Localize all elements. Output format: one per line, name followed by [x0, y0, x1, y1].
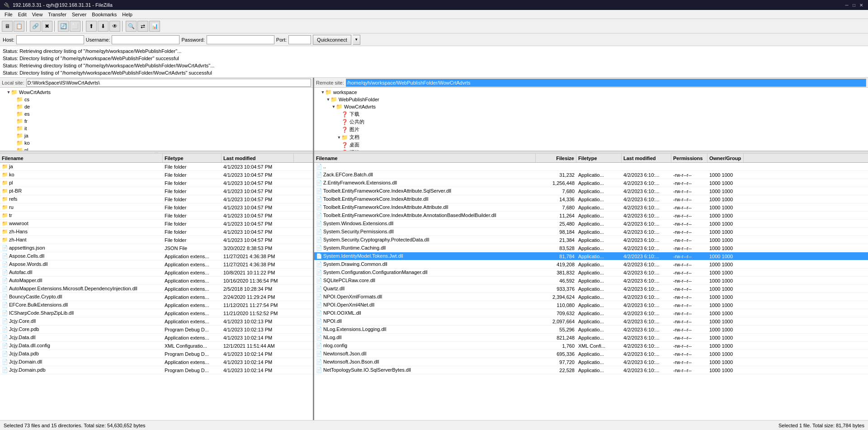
- close-button[interactable]: ✕: [858, 2, 864, 8]
- local-file-row[interactable]: 📄appsettings.json JSON File 3/20/2022 8:…: [0, 244, 313, 252]
- local-file-row[interactable]: 📄AutoMapper.Extensions.Microsoft.Depende…: [0, 285, 313, 293]
- remote-file-row[interactable]: 📄NLog.dll 821,248 Applicatio... 4/2/2023…: [314, 334, 868, 342]
- local-file-row[interactable]: 📁ko File folder 4/1/2023 10:04:57 PM: [0, 171, 313, 179]
- menu-view[interactable]: View: [29, 11, 46, 18]
- local-file-row[interactable]: 📄Jcjy.Core.dll Application extens... 4/1…: [0, 317, 313, 326]
- new-site-button[interactable]: 🖥: [2, 21, 13, 32]
- remote-file-row[interactable]: 📄NPOI.dll 2,097,664 Applicatio... 4/2/20…: [314, 317, 868, 326]
- upload-button[interactable]: ⬆: [86, 21, 97, 32]
- remote-file-row[interactable]: 📄System.Windows.Extensions.dll 25,480 Ap…: [314, 220, 868, 228]
- local-file-row[interactable]: 📄Autofac.dll Application extens... 10/8/…: [0, 269, 313, 277]
- remote-file-row[interactable]: 📄NPOI.OOXML.dll 709,632 Applicatio... 4/…: [314, 309, 868, 317]
- show-hidden-button[interactable]: 👁: [109, 21, 120, 32]
- remote-tree[interactable]: ▼📁workspace▼📁WebPublishFolder▼📁WowCrtAdv…: [314, 88, 868, 151]
- port-input[interactable]: [288, 35, 311, 44]
- local-tree-item[interactable]: ▼📁WowCrtAdvrts: [0, 89, 313, 96]
- maximize-button[interactable]: □: [851, 2, 857, 8]
- local-tree-item[interactable]: 📁es: [0, 110, 313, 118]
- minimize-button[interactable]: ─: [844, 2, 850, 8]
- filter-button[interactable]: 🔍: [126, 21, 137, 32]
- remote-col-header-name[interactable]: Filename: [314, 154, 536, 162]
- menu-edit[interactable]: Edit: [15, 11, 29, 18]
- remote-file-row[interactable]: 📄Newtonsoft.Json.Bson.dll 97,720 Applica…: [314, 358, 868, 366]
- remote-tree-item[interactable]: ❓桌面: [314, 141, 868, 149]
- local-file-row[interactable]: 📁tr File folder 4/1/2023 10:04:57 PM: [0, 212, 313, 220]
- password-input[interactable]: [207, 35, 274, 44]
- connect-button[interactable]: 🔗: [30, 21, 41, 32]
- local-tree-item[interactable]: 📁it: [0, 125, 313, 132]
- remote-tree-item[interactable]: ❓公共的: [314, 118, 868, 126]
- remote-file-row[interactable]: 📄SQLitePCLRaw.core.dll 46,592 Applicatio…: [314, 277, 868, 285]
- remote-file-row[interactable]: 📄System.Configuration.ConfigurationManag…: [314, 269, 868, 277]
- menu-help[interactable]: Help: [119, 11, 135, 18]
- remote-tree-item[interactable]: ▼📁WowCrtAdvrts: [314, 103, 868, 110]
- remote-tree-item[interactable]: ▼📁WebPublishFolder: [314, 96, 868, 103]
- menu-transfer[interactable]: Transfer: [45, 11, 69, 18]
- local-col-header-name[interactable]: Filename: [0, 154, 163, 162]
- local-file-row[interactable]: 📄Jcjy.Domain.dll Application extens... 4…: [0, 358, 313, 366]
- remote-file-row[interactable]: 📄Toolbelt.EntityFrameworkCore.IndexAttri…: [314, 187, 868, 195]
- remote-path-input[interactable]: [346, 79, 866, 87]
- remote-tree-item[interactable]: ▼📁workspace: [314, 89, 868, 96]
- remote-file-row[interactable]: 📄Quartz.dll 933,376 Applicatio... 4/2/20…: [314, 285, 868, 293]
- menu-bookmarks[interactable]: Bookmarks: [89, 11, 119, 18]
- remote-col-header-size[interactable]: Filesize: [536, 154, 576, 162]
- local-tree[interactable]: ▼📁WowCrtAdvrts 📁cs 📁de 📁es 📁fr 📁it 📁ja 📁…: [0, 88, 313, 151]
- local-tree-item[interactable]: 📁ko: [0, 139, 313, 146]
- quickconnect-dropdown[interactable]: ▼: [353, 35, 360, 45]
- refresh-button[interactable]: 🔄: [58, 21, 69, 32]
- menu-file[interactable]: File: [2, 11, 15, 18]
- local-col-header-modified[interactable]: Last modified: [222, 154, 294, 162]
- local-tree-item[interactable]: 📁de: [0, 103, 313, 110]
- remote-col-header-type[interactable]: Filetype: [576, 154, 622, 162]
- local-file-row[interactable]: 📁ja File folder 4/1/2023 10:04:57 PM: [0, 163, 313, 171]
- remote-file-row[interactable]: 📄nlog.config 1,760 XML Confi... 4/2/2023…: [314, 342, 868, 350]
- local-file-row[interactable]: 📄Aspose.Cells.dll Application extens... …: [0, 252, 313, 260]
- remote-file-row[interactable]: 📄NetTopologySuite.IO.SqlServerBytes.dll …: [314, 366, 868, 374]
- remote-file-row[interactable]: 📄Z.EntityFramework.Extensions.dll 1,256,…: [314, 179, 868, 187]
- remote-file-row[interactable]: 📄System.Security.Permissions.dll 98,184 …: [314, 228, 868, 236]
- local-file-row[interactable]: 📄Jcjy.Domain.pdb Program Debug D... 4/1/…: [0, 366, 313, 374]
- local-file-row[interactable]: 📁pt-BR File folder 4/1/2023 10:04:57 PM: [0, 187, 313, 195]
- remote-file-row[interactable]: 📄NLog.Extensions.Logging.dll 55,296 Appl…: [314, 326, 868, 334]
- username-input[interactable]: [112, 35, 179, 44]
- local-file-list-body[interactable]: 📁ja File folder 4/1/2023 10:04:57 PM 📁ko…: [0, 163, 313, 420]
- remote-file-row[interactable]: 📄Zack.EFCore.Batch.dll 31,232 Applicatio…: [314, 171, 868, 179]
- local-tree-item[interactable]: 📁ja: [0, 132, 313, 139]
- local-file-row[interactable]: 📄Jcjy.Data.dll.config XML Configuratio..…: [0, 342, 313, 350]
- remote-tree-item[interactable]: ❓下载: [314, 110, 868, 118]
- disconnect-button[interactable]: ✖: [42, 21, 52, 32]
- local-file-row[interactable]: 📁pl File folder 4/1/2023 10:04:57 PM: [0, 179, 313, 187]
- remote-file-row[interactable]: 📄Toolbelt.EntityFrameworkCore.IndexAttri…: [314, 203, 868, 212]
- local-file-row[interactable]: 📁wwwroot File folder 4/1/2023 10:04:57 P…: [0, 220, 313, 228]
- local-file-row[interactable]: 📁zh-Hant File folder 4/1/2023 10:04:57 P…: [0, 236, 313, 244]
- remote-col-header-owner[interactable]: Owner/Group: [708, 154, 744, 162]
- remote-file-row[interactable]: 📄Newtonsoft.Json.dll 695,336 Applicatio.…: [314, 350, 868, 358]
- stop-button[interactable]: ⬜: [70, 21, 80, 32]
- host-input[interactable]: [16, 35, 84, 44]
- local-file-row[interactable]: 📄Jcjy.Core.pdb Program Debug D... 4/1/20…: [0, 326, 313, 334]
- local-file-row[interactable]: 📁refs File folder 4/1/2023 10:04:57 PM: [0, 195, 313, 203]
- remote-file-row[interactable]: 📄NPOI.OpenXmlFormats.dll 2,394,624 Appli…: [314, 293, 868, 301]
- remote-file-row[interactable]: 📄System.Security.Cryptography.ProtectedD…: [314, 236, 868, 244]
- remote-tree-item[interactable]: ❓图片: [314, 126, 868, 133]
- local-file-row[interactable]: 📄Aspose.Words.dll Application extens... …: [0, 260, 313, 269]
- remote-file-row[interactable]: 📄..: [314, 163, 868, 171]
- local-file-row[interactable]: 📁zh-Hans File folder 4/1/2023 10:04:57 P…: [0, 228, 313, 236]
- compare-button[interactable]: 📊: [149, 21, 160, 32]
- sync-browse-button[interactable]: ⇄: [137, 21, 148, 32]
- remote-file-list-body[interactable]: 📄.. 📄Zack.EFCore.Batch.dll 31,232 Applic…: [314, 163, 868, 420]
- remote-tree-item[interactable]: ▼📁文档: [314, 133, 868, 141]
- remote-file-row[interactable]: 📄System.Runtime.Caching.dll 83,528 Appli…: [314, 244, 868, 252]
- menu-server[interactable]: Server: [69, 11, 89, 18]
- local-file-row[interactable]: 📄Jcjy.Data.pdb Program Debug D... 4/1/20…: [0, 350, 313, 358]
- download-button[interactable]: ⬇: [98, 21, 108, 32]
- local-tree-item[interactable]: 📁cs: [0, 96, 313, 103]
- remote-file-row[interactable]: 📄Toolbelt.EntityFrameworkCore.IndexAttri…: [314, 212, 868, 220]
- local-file-row[interactable]: 📄BouncyCastle.Crypto.dll Application ext…: [0, 293, 313, 301]
- remote-file-row[interactable]: 📄System.IdentityModel.Tokens.Jwt.dll 81,…: [314, 252, 868, 260]
- new-tab-button[interactable]: 📋: [14, 21, 24, 32]
- local-file-row[interactable]: 📄AutoMapper.dll Application extens... 10…: [0, 277, 313, 285]
- local-file-row[interactable]: 📄ICSharpCode.SharpZipLib.dll Application…: [0, 309, 313, 317]
- local-file-row[interactable]: 📄Jcjy.Data.dll Application extens... 4/1…: [0, 334, 313, 342]
